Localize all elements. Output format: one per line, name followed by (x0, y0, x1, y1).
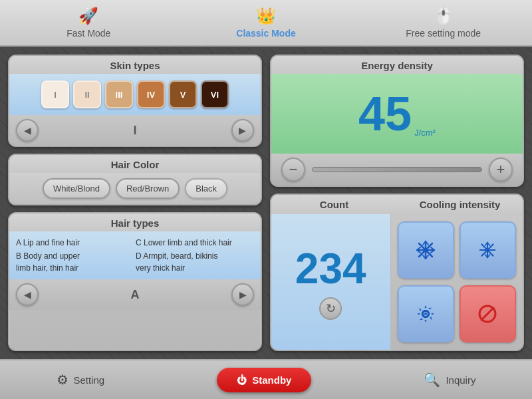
energy-controls: − + (271, 154, 523, 186)
energy-display: 45 J/cm² (271, 74, 523, 154)
classic-mode-icon: 👑 (256, 7, 276, 25)
skin-swatch-1[interactable]: I (41, 80, 69, 108)
right-panel: Energy density 45 J/cm² − + Count Coolin… (270, 55, 524, 351)
hair-type-d: D Armpit, beard, bikinisvery thick hair (136, 250, 254, 274)
skin-swatch-6[interactable]: VI (201, 80, 229, 108)
skin-swatch-3[interactable]: III (105, 80, 133, 108)
hair-color-white-blond[interactable]: White/Blond (43, 178, 110, 199)
hair-color-red-brown[interactable]: Red/Brown (116, 178, 180, 199)
hair-type-current-indicator: A (131, 288, 140, 302)
cooling-section (391, 214, 523, 350)
count-cooling-card: Count Cooling intensity 234 ↻ (270, 194, 524, 351)
skin-current-indicator: I (133, 124, 136, 138)
energy-unit: J/cm² (414, 128, 436, 138)
setting-button[interactable]: ⚙ Setting (57, 372, 105, 388)
svg-line-24 (481, 308, 493, 320)
skin-swatches-row: I II III IV V VI (9, 74, 261, 115)
hair-types-title: Hair types (9, 213, 261, 231)
setting-label: Setting (74, 374, 105, 386)
hair-type-c: C Lower limb and thick hair (136, 237, 254, 249)
energy-density-title: Energy density (271, 56, 523, 74)
skin-swatch-5[interactable]: V (169, 80, 197, 108)
classic-mode-label: Classic Mode (236, 28, 295, 39)
main-content: Skin types I II III IV V VI ◀ I ▶ Hair C… (0, 47, 532, 359)
hair-type-prev-button[interactable]: ◀ (16, 283, 39, 306)
energy-slider[interactable] (312, 167, 482, 172)
cooling-off-button[interactable] (460, 285, 516, 342)
hair-type-next-button[interactable]: ▶ (231, 283, 254, 306)
standby-icon: ⏻ (237, 374, 247, 386)
count-reset-button[interactable]: ↻ (319, 297, 342, 320)
hair-color-card: Hair Color White/Blond Red/Brown Black (8, 154, 262, 205)
inquiry-button[interactable]: 🔍 Inquiry (424, 372, 475, 388)
left-panel: Skin types I II III IV V VI ◀ I ▶ Hair C… (8, 55, 262, 351)
fast-mode-tab[interactable]: 🚀 Fast Mode (0, 7, 178, 39)
skin-types-title: Skin types (9, 56, 261, 74)
hair-type-b: B Body and upperlimb hair, thin hair (16, 250, 134, 274)
hair-color-black[interactable]: Black (185, 178, 227, 199)
inquiry-label: Inquiry (446, 374, 475, 386)
hair-color-buttons: White/Blond Red/Brown Black (9, 173, 261, 204)
skin-prev-button[interactable]: ◀ (16, 119, 39, 142)
free-mode-icon: 🖱️ (434, 7, 454, 25)
setting-icon: ⚙ (57, 372, 68, 388)
hair-types-nav: ◀ A ▶ (9, 279, 261, 310)
skin-next-button[interactable]: ▶ (231, 119, 254, 142)
energy-value: 45 (358, 90, 412, 138)
hair-types-card: Hair types A Lip and fine hair C Lower l… (8, 212, 262, 351)
fast-mode-label: Fast Mode (66, 28, 110, 39)
snowflake-low-icon (479, 241, 496, 259)
inquiry-icon: 🔍 (424, 372, 440, 388)
energy-density-card: Energy density 45 J/cm² − + (270, 55, 524, 187)
snowflake-high-icon (416, 240, 436, 260)
gear-icon (416, 304, 436, 324)
cooling-snowflake-low-button[interactable] (460, 221, 516, 278)
free-mode-tab[interactable]: 🖱️ Free setting mode (354, 7, 532, 39)
no-icon (477, 304, 497, 324)
top-bar: 🚀 Fast Mode 👑 Classic Mode 🖱️ Free setti… (0, 0, 532, 47)
svg-point-22 (424, 313, 427, 315)
hair-color-title: Hair Color (9, 155, 261, 173)
skin-swatch-4[interactable]: IV (137, 80, 165, 108)
count-title: Count (271, 195, 397, 214)
cooling-title: Cooling intensity (397, 195, 523, 214)
skin-types-card: Skin types I II III IV V VI ◀ I ▶ (8, 55, 262, 147)
count-cooling-body: 234 ↻ (271, 214, 523, 350)
classic-mode-tab[interactable]: 👑 Classic Mode (178, 7, 355, 39)
energy-decrease-button[interactable]: − (281, 158, 305, 182)
count-value: 234 (295, 244, 366, 293)
count-cooling-title-row: Count Cooling intensity (271, 195, 523, 214)
fast-mode-icon: 🚀 (78, 7, 98, 25)
standby-label: Standby (252, 374, 291, 386)
count-section: 234 ↻ (271, 214, 391, 350)
bottom-bar: ⚙ Setting ⏻ Standby 🔍 Inquiry (0, 359, 532, 399)
cooling-gear-button[interactable] (398, 285, 454, 342)
skin-nav: ◀ I ▶ (9, 115, 261, 146)
hair-type-a: A Lip and fine hair (16, 237, 134, 249)
energy-increase-button[interactable]: + (489, 158, 513, 182)
cooling-snowflake-high-button[interactable] (398, 221, 454, 278)
hair-types-content: A Lip and fine hair C Lower limb and thi… (9, 231, 261, 279)
free-mode-label: Free setting mode (406, 28, 481, 39)
skin-swatch-2[interactable]: II (73, 80, 101, 108)
standby-button[interactable]: ⏻ Standby (217, 368, 311, 392)
